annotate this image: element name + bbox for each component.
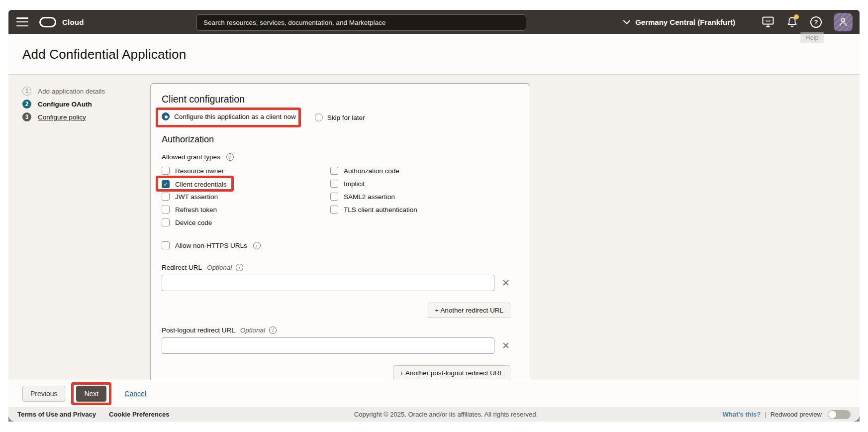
- region-selector[interactable]: Germany Central (Frankfurt): [623, 18, 735, 26]
- checkbox-checked-icon[interactable]: [162, 180, 170, 188]
- top-right-controls: Germany Central (Frankfurt) <>: [623, 10, 853, 34]
- user-avatar[interactable]: [834, 13, 853, 31]
- another-redirect-row: + Another redirect URL: [162, 303, 510, 318]
- content-area: 1 Add application details 2 Configure OA…: [8, 75, 860, 380]
- info-icon[interactable]: i: [236, 264, 243, 271]
- checkbox-saml2-assertion[interactable]: SAML2 assertion: [330, 193, 395, 201]
- region-label: Germany Central (Frankfurt): [635, 18, 735, 26]
- whats-this-link[interactable]: What's this?: [723, 411, 761, 418]
- redirect-url-label: Redirect URL: [162, 264, 202, 271]
- highlight-box-client-credentials: Client credentials: [162, 179, 227, 189]
- redirect-url-input-row: ✕: [162, 275, 519, 291]
- checkbox-icon[interactable]: [162, 241, 170, 249]
- step-number: 1: [22, 87, 31, 96]
- grant-types-grid: Resource owner Client credentials: [162, 164, 519, 229]
- notification-badge: [794, 14, 799, 19]
- checkbox-icon[interactable]: [330, 193, 338, 201]
- info-icon[interactable]: i: [226, 153, 234, 161]
- redwood-preview-label: Redwood preview: [771, 411, 822, 418]
- info-icon[interactable]: i: [253, 242, 261, 249]
- help-icon[interactable]: ?: [810, 16, 822, 28]
- checkbox-icon[interactable]: [330, 167, 338, 175]
- step-label: Add application details: [38, 88, 105, 95]
- redwood-preview-toggle[interactable]: [828, 410, 851, 419]
- terms-link[interactable]: Terms of Use and Privacy: [17, 411, 96, 418]
- checkbox-implicit[interactable]: Implicit: [330, 180, 365, 188]
- next-button[interactable]: Next: [76, 386, 106, 402]
- checkbox-icon[interactable]: [162, 167, 170, 175]
- checkbox-icon[interactable]: [162, 206, 170, 214]
- menu-icon[interactable]: [16, 17, 28, 26]
- highlight-box-configure-now: Configure this application as a client n…: [162, 112, 296, 122]
- checkbox-allow-non-https[interactable]: Allow non-HTTPS URLs: [162, 241, 247, 249]
- page: Cloud Germany Central (Frankfurt) <>: [0, 0, 868, 432]
- redirect-url-label-row: Redirect URL Optional i: [162, 264, 519, 271]
- notifications-bell-icon[interactable]: [787, 16, 797, 27]
- grant-types-left-column: Resource owner Client credentials: [162, 164, 330, 229]
- title-bar: Add Confidential Application: [8, 34, 860, 75]
- clear-redirect-url-icon[interactable]: ✕: [502, 278, 510, 288]
- toggle-knob: [828, 411, 836, 419]
- search-input[interactable]: [196, 14, 526, 31]
- allow-non-https-row: Allow non-HTTPS URLs i: [162, 241, 519, 249]
- clear-post-logout-url-icon[interactable]: ✕: [502, 341, 510, 350]
- redirect-url-input[interactable]: [162, 275, 494, 291]
- optional-label: Optional: [207, 264, 232, 271]
- checkbox-icon[interactable]: [162, 193, 170, 201]
- authorization-heading: Authorization: [162, 134, 519, 145]
- help-tooltip: Help: [800, 32, 824, 43]
- client-configuration-card: Client configuration Configure this appl…: [150, 83, 530, 380]
- post-logout-label-row: Post-logout redirect URL Optional i: [162, 326, 519, 334]
- checkbox-resource-owner[interactable]: Resource owner: [162, 167, 224, 175]
- console-monitor-icon[interactable]: <>: [762, 16, 774, 27]
- separator: |: [765, 411, 766, 418]
- checkbox-icon[interactable]: [162, 218, 170, 226]
- info-icon[interactable]: i: [269, 326, 277, 334]
- page-title: Add Confidential Application: [22, 47, 860, 62]
- allowed-grant-types-row: Allowed grant types i: [162, 153, 519, 161]
- step-number: 3: [22, 112, 31, 121]
- allowed-grant-types-label: Allowed grant types: [162, 153, 220, 161]
- radio-selected-icon[interactable]: [162, 112, 170, 120]
- brand-label: Cloud: [62, 18, 84, 26]
- checkbox-device-code[interactable]: Device code: [162, 218, 212, 226]
- bottom-bar: Terms of Use and Privacy Cookie Preferen…: [8, 407, 860, 422]
- client-config-radio-group: Configure this application as a client n…: [162, 112, 519, 122]
- chevron-down-icon: [623, 20, 630, 24]
- client-configuration-heading: Client configuration: [162, 94, 519, 105]
- previous-button[interactable]: Previous: [22, 386, 65, 402]
- oracle-logo-icon[interactable]: [39, 17, 56, 27]
- checkbox-jwt-assertion[interactable]: JWT assertion: [162, 193, 218, 201]
- top-bar: Cloud Germany Central (Frankfurt) <>: [8, 10, 860, 34]
- highlight-box-next: Next: [76, 386, 106, 402]
- step-number: 2: [22, 100, 31, 108]
- app-window: Cloud Germany Central (Frankfurt) <>: [8, 10, 860, 422]
- copyright-text: Copyright © 2025, Oracle and/or its affi…: [169, 411, 722, 418]
- checkbox-icon[interactable]: [330, 180, 338, 188]
- another-post-logout-row: + Another post-logout redirect URL: [162, 365, 510, 380]
- cancel-link[interactable]: Cancel: [124, 390, 146, 398]
- cookie-preferences-link[interactable]: Cookie Preferences: [109, 411, 169, 418]
- post-logout-input-row: ✕: [162, 337, 519, 354]
- another-post-logout-redirect-url-button[interactable]: + Another post-logout redirect URL: [393, 365, 510, 380]
- step-add-application-details[interactable]: 1 Add application details: [22, 85, 105, 98]
- another-redirect-url-button[interactable]: + Another redirect URL: [428, 303, 510, 318]
- checkbox-client-credentials[interactable]: Client credentials: [162, 180, 227, 188]
- radio-skip-for-later[interactable]: Skip for later: [315, 113, 365, 121]
- checkbox-tls-client-authentication[interactable]: TLS client authentication: [330, 206, 417, 214]
- radio-configure-as-client-now[interactable]: Configure this application as a client n…: [162, 112, 296, 120]
- wizard-stepper: 1 Add application details 2 Configure OA…: [22, 85, 105, 123]
- step-configure-oauth[interactable]: 2 Configure OAuth: [22, 98, 105, 110]
- post-logout-redirect-url-input[interactable]: [162, 337, 494, 354]
- checkbox-refresh-token[interactable]: Refresh token: [162, 206, 217, 214]
- step-configure-policy[interactable]: 3 Configure policy: [22, 110, 105, 123]
- optional-label: Optional: [240, 326, 265, 334]
- step-label: Configure OAuth: [38, 101, 92, 108]
- post-logout-redirect-url-label: Post-logout redirect URL: [162, 326, 235, 334]
- checkbox-authorization-code[interactable]: Authorization code: [330, 167, 399, 175]
- checkbox-icon[interactable]: [330, 206, 338, 214]
- search-box: [196, 14, 526, 31]
- radio-unselected-icon[interactable]: [315, 113, 323, 121]
- svg-text:<>: <>: [766, 18, 771, 23]
- wizard-footer: Previous Next Cancel: [8, 380, 860, 407]
